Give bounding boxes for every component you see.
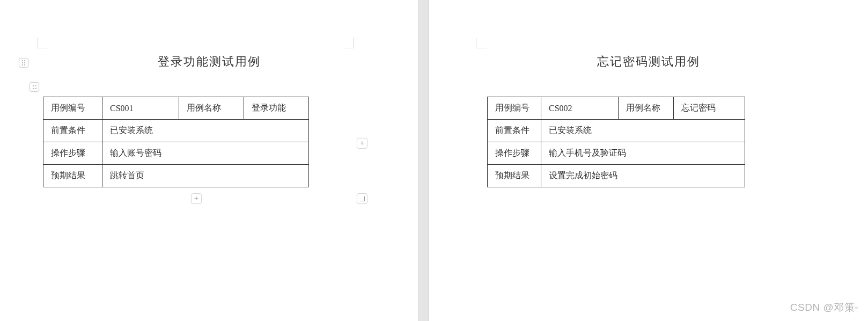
cell-expect-label[interactable]: 预期结果	[43, 165, 102, 187]
table-row[interactable]: 预期结果 设置完成初始密码	[488, 165, 745, 187]
cell-steps-label[interactable]: 操作步骤	[488, 142, 541, 165]
cell-id-value[interactable]: CS002	[541, 97, 619, 120]
crop-mark-icon	[38, 38, 48, 48]
cell-precondition-value[interactable]: 已安装系统	[102, 120, 309, 142]
crop-mark-icon	[343, 38, 354, 48]
cell-name-label[interactable]: 用例名称	[619, 97, 674, 120]
table-resize-handle[interactable]	[357, 193, 367, 204]
page-title: 忘记密码测试用例	[429, 54, 868, 70]
document-page-left: 登录功能测试用例 用例编号 CS001 用例名称 登录功能 前置条件 已安装系统…	[0, 0, 418, 321]
cell-steps-value[interactable]: 输入手机号及验证码	[541, 142, 745, 165]
table-row[interactable]: 预期结果 跳转首页	[43, 165, 309, 187]
cell-id-label[interactable]: 用例编号	[488, 97, 541, 120]
cell-expect-value[interactable]: 跳转首页	[102, 165, 309, 187]
table-row[interactable]: 操作步骤 输入手机号及验证码	[488, 142, 745, 165]
add-column-button[interactable]: +	[357, 138, 367, 149]
add-row-button[interactable]: +	[191, 193, 202, 204]
crop-mark-icon	[476, 38, 487, 48]
table-row[interactable]: 用例编号 CS002 用例名称 忘记密码	[488, 97, 745, 120]
testcase-table-forgot[interactable]: 用例编号 CS002 用例名称 忘记密码 前置条件 已安装系统 操作步骤 输入手…	[487, 97, 745, 187]
cell-steps-value[interactable]: 输入账号密码	[102, 142, 309, 165]
cell-name-label[interactable]: 用例名称	[179, 97, 244, 120]
table-row[interactable]: 用例编号 CS001 用例名称 登录功能	[43, 97, 309, 120]
page-gap	[418, 0, 429, 321]
cell-expect-value[interactable]: 设置完成初始密码	[541, 165, 745, 187]
page-title: 登录功能测试用例	[0, 54, 418, 70]
cell-precondition-label[interactable]: 前置条件	[488, 120, 541, 142]
cell-steps-label[interactable]: 操作步骤	[43, 142, 102, 165]
table-row[interactable]: 操作步骤 输入账号密码	[43, 142, 309, 165]
testcase-table-login[interactable]: 用例编号 CS001 用例名称 登录功能 前置条件 已安装系统 操作步骤 输入账…	[43, 97, 309, 187]
table-select-handle[interactable]	[30, 82, 39, 92]
watermark: CSDN @邓策-	[790, 301, 858, 315]
cell-id-label[interactable]: 用例编号	[43, 97, 102, 120]
table-row[interactable]: 前置条件 已安装系统	[43, 120, 309, 142]
document-page-right: 忘记密码测试用例 用例编号 CS002 用例名称 忘记密码 前置条件 已安装系统…	[429, 0, 868, 321]
table-row[interactable]: 前置条件 已安装系统	[488, 120, 745, 142]
cell-precondition-value[interactable]: 已安装系统	[541, 120, 745, 142]
cell-precondition-label[interactable]: 前置条件	[43, 120, 102, 142]
cell-name-value[interactable]: 登录功能	[244, 97, 309, 120]
cell-id-value[interactable]: CS001	[102, 97, 179, 120]
cell-expect-label[interactable]: 预期结果	[488, 165, 541, 187]
cell-name-value[interactable]: 忘记密码	[674, 97, 745, 120]
